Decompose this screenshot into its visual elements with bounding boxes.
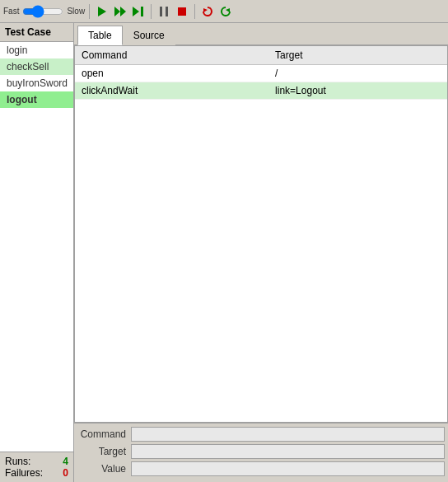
- stop-button[interactable]: [174, 3, 190, 20]
- tab-source[interactable]: Source: [123, 26, 175, 45]
- test-case-item-login[interactable]: login: [0, 42, 73, 58]
- value-field-row: Value: [77, 461, 445, 476]
- svg-rect-4: [141, 7, 143, 16]
- cell-command: clickAndWait: [75, 82, 268, 100]
- target-field-label: Target: [77, 446, 131, 457]
- test-case-list: login checkSell buyIronSword logout: [0, 42, 73, 452]
- main-container: Test Case login checkSell buyIronSword l…: [0, 23, 448, 482]
- play-button[interactable]: [94, 3, 110, 20]
- target-field-input[interactable]: [131, 444, 445, 459]
- command-field-label: Command: [77, 428, 131, 440]
- step-play-button[interactable]: [130, 3, 147, 20]
- value-field-label: Value: [77, 463, 131, 475]
- svg-marker-2: [120, 7, 126, 16]
- test-case-item-checkSell[interactable]: checkSell: [0, 58, 73, 75]
- toolbar: Fast Slow: [0, 0, 448, 23]
- stats-row-runs: Runs: 4: [5, 456, 68, 467]
- play-all-button[interactable]: [112, 3, 128, 20]
- cell-target: /: [268, 65, 447, 82]
- svg-rect-7: [178, 7, 186, 16]
- test-case-panel-header: Test Case: [0, 23, 73, 42]
- left-panel: Test Case login checkSell buyIronSword l…: [0, 23, 74, 482]
- failures-value: 0: [63, 467, 68, 479]
- svg-rect-5: [160, 7, 162, 16]
- speed-fast-label: Fast: [3, 7, 19, 16]
- tab-table[interactable]: Table: [77, 26, 123, 45]
- column-header-command: Command: [75, 46, 268, 65]
- table-container[interactable]: Command Target open / clickAndWait link=…: [74, 45, 448, 423]
- cell-command: open: [75, 65, 268, 82]
- toolbar-separator-2: [151, 4, 152, 19]
- cell-target: link=Logout: [268, 82, 447, 100]
- table-header-row: Command Target: [75, 46, 447, 65]
- test-case-item-buyIronSword[interactable]: buyIronSword: [0, 75, 73, 91]
- rollup-button[interactable]: [199, 3, 216, 20]
- table-row[interactable]: clickAndWait link=Logout: [75, 82, 447, 100]
- tab-bar: Table Source: [74, 23, 448, 45]
- command-field-row: Command: [77, 427, 445, 442]
- command-field-input[interactable]: [131, 427, 445, 442]
- svg-marker-1: [114, 7, 120, 16]
- toolbar-separator-3: [194, 4, 195, 19]
- right-panel: Table Source Command Target open /: [74, 23, 448, 482]
- value-field-input[interactable]: [131, 461, 445, 476]
- toolbar-separator-1: [89, 4, 90, 19]
- stats-row-failures: Failures: 0: [5, 467, 68, 479]
- failures-label: Failures:: [5, 467, 43, 479]
- table-row[interactable]: open /: [75, 65, 447, 82]
- speed-slow-label: Slow: [67, 7, 85, 16]
- svg-marker-8: [203, 8, 208, 12]
- svg-marker-9: [226, 8, 230, 12]
- column-header-target: Target: [268, 46, 447, 65]
- command-editor: Command Target Value: [74, 423, 448, 482]
- target-field-row: Target: [77, 444, 445, 459]
- command-table: Command Target open / clickAndWait link=…: [75, 46, 447, 100]
- runs-value: 4: [63, 456, 68, 467]
- left-panel-footer: Runs: 4 Failures: 0: [0, 452, 73, 482]
- svg-marker-0: [98, 7, 106, 16]
- test-case-item-logout[interactable]: logout: [0, 91, 73, 108]
- refresh-button[interactable]: [217, 3, 234, 20]
- pause-button[interactable]: [156, 3, 172, 20]
- runs-label: Runs:: [5, 456, 30, 467]
- svg-rect-6: [166, 7, 168, 16]
- speed-slider[interactable]: [22, 7, 63, 16]
- svg-marker-3: [133, 7, 139, 16]
